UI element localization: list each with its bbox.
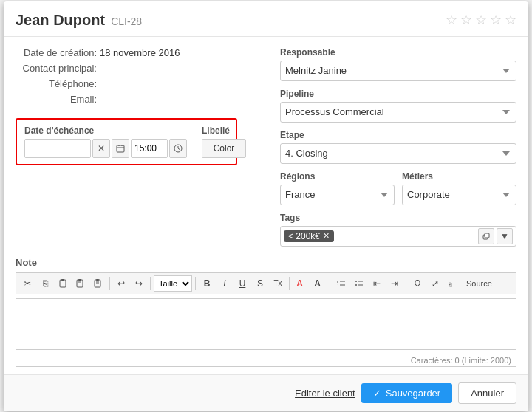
tags-expand-button[interactable]: ▼ (497, 228, 513, 244)
regions-metiers-row: Régions France Métiers Corporate (280, 171, 516, 205)
toolbar-copy[interactable]: ⎘ (37, 275, 53, 292)
star-2[interactable]: ☆ (460, 12, 472, 28)
responsable-label: Responsable (280, 47, 516, 58)
date-input[interactable] (24, 139, 91, 158)
toolbar-redo[interactable]: ↪ (131, 275, 147, 292)
modal-body: Date de création: 18 novembre 2016 Conta… (4, 37, 528, 257)
date-echeance-label: Date d'échéance (24, 126, 187, 136)
toolbar-font-color[interactable]: A- (293, 275, 309, 292)
toolbar-underline[interactable]: U (234, 275, 250, 292)
date-section: Date d'échéance ✕ (16, 118, 237, 165)
toolbar-indent-decrease[interactable]: ⇤ (369, 275, 385, 292)
tags-label: Tags (280, 213, 516, 223)
libelle-group: Libellé Color (202, 126, 246, 158)
svg-rect-15 (96, 279, 99, 281)
time-input[interactable] (131, 139, 168, 158)
date-creation-label: Date de création: (16, 47, 97, 58)
cancel-button[interactable]: Annuler (458, 382, 516, 404)
modal-header: Jean Dupont CLI-28 ☆ ☆ ☆ ☆ ☆ (4, 1, 528, 37)
date-creation-value: 18 novembre 2016 (100, 47, 180, 58)
toolbar-bg-color[interactable]: A- (310, 275, 327, 292)
color-button[interactable]: Color (202, 139, 246, 158)
svg-rect-0 (117, 145, 124, 152)
star-5[interactable]: ☆ (505, 12, 516, 28)
editor-area[interactable] (16, 298, 516, 350)
toolbar-clear-format[interactable]: Tx (270, 275, 286, 292)
main-modal: Jean Dupont CLI-28 ☆ ☆ ☆ ☆ ☆ Date de cré… (4, 1, 528, 411)
svg-point-22 (355, 281, 357, 282)
contact-principal-row: Contact principal: (16, 63, 265, 74)
contact-principal-label: Contact principal: (16, 63, 97, 74)
star-4[interactable]: ☆ (490, 12, 502, 28)
toolbar-unordered-list[interactable] (351, 275, 367, 292)
star-3[interactable]: ☆ (475, 12, 487, 28)
char-count: Caractères: 0 (Limite: 2000) (411, 356, 511, 365)
toolbar-bold[interactable]: B (199, 275, 215, 292)
toolbar-taille-select[interactable]: Taille (154, 275, 192, 292)
note-label: Note (16, 257, 516, 268)
editor-footer: Caractères: 0 (Limite: 2000) (16, 354, 516, 367)
toolbar-sep-2 (150, 277, 151, 290)
svg-text:⎗: ⎗ (449, 281, 452, 288)
regions-label: Régions (280, 171, 395, 182)
telephone-label: Téléphone: (16, 78, 97, 89)
telephone-row: Téléphone: (16, 78, 265, 89)
toolbar-italic[interactable]: I (216, 275, 233, 292)
pipeline-select[interactable]: Processus Commercial (280, 102, 516, 123)
checkmark-icon: ✓ (373, 388, 381, 399)
star-1[interactable]: ☆ (446, 12, 457, 28)
left-column: Date de création: 18 novembre 2016 Conta… (16, 47, 265, 247)
save-button[interactable]: ✓ Sauvegarder (361, 383, 452, 403)
svg-rect-9 (60, 280, 66, 287)
etape-select[interactable]: 4. Closing (280, 143, 516, 164)
svg-rect-8 (485, 233, 489, 238)
date-creation-row: Date de création: 18 novembre 2016 (16, 47, 265, 58)
responsable-group: Responsable Melnitz Janine (280, 47, 516, 81)
clock-button[interactable] (169, 139, 187, 158)
toolbar-special-chars[interactable]: Ω (409, 275, 426, 292)
responsable-select[interactable]: Melnitz Janine (280, 61, 516, 81)
svg-rect-11 (77, 280, 83, 287)
clear-date-button[interactable]: ✕ (92, 139, 110, 158)
toolbar-indent-increase[interactable]: ⇥ (386, 275, 403, 292)
etape-label: Etape (280, 130, 516, 140)
tags-wrapper: < 200k€ ✕ ▼ (280, 226, 516, 247)
email-label: Email: (16, 94, 97, 105)
editor-toolbar: ✂ ⎘ ↩ ↪ Taille B I U S Tx A (16, 272, 516, 294)
right-column: Responsable Melnitz Janine Pipeline Proc… (280, 47, 516, 247)
toolbar-source[interactable]: Source (463, 275, 496, 292)
modal-footer: Editer le client ✓ Sauvegarder Annuler (4, 374, 528, 411)
toolbar-sep-1 (109, 277, 110, 290)
toolbar-sep-5 (330, 277, 330, 290)
svg-rect-12 (78, 279, 81, 281)
tag-close-icon[interactable]: ✕ (323, 231, 330, 241)
calendar-button[interactable] (112, 139, 129, 158)
svg-point-24 (355, 284, 357, 286)
email-row: Email: (16, 94, 265, 105)
edit-client-button[interactable]: Editer le client (295, 388, 355, 399)
star-rating[interactable]: ☆ ☆ ☆ ☆ ☆ (446, 12, 516, 28)
regions-select[interactable]: France (280, 185, 395, 205)
tags-actions: ▼ (478, 228, 513, 244)
toolbar-strikethrough[interactable]: S (252, 275, 268, 292)
note-section: Note ✂ ⎘ ↩ ↪ Taille B I U S T (4, 257, 528, 374)
client-name: Jean Dupont (16, 12, 105, 29)
toolbar-undo[interactable]: ↩ (113, 275, 129, 292)
toolbar-html[interactable]: ⎗ (445, 275, 461, 292)
toolbar-fullscreen[interactable]: ⤢ (427, 275, 443, 292)
toolbar-paste3[interactable] (90, 275, 106, 292)
toolbar-sep-3 (195, 277, 196, 290)
save-label: Sauvegarder (386, 388, 440, 399)
toolbar-sep-6 (406, 277, 406, 290)
metiers-group: Métiers Corporate (402, 171, 516, 205)
metiers-select[interactable]: Corporate (402, 185, 516, 205)
tags-copy-button[interactable] (478, 228, 494, 244)
toolbar-cut[interactable]: ✂ (19, 275, 35, 292)
svg-rect-10 (61, 279, 64, 281)
toolbar-ordered-list[interactable]: 1. (333, 275, 349, 292)
svg-text:1.: 1. (338, 284, 340, 287)
toolbar-paste[interactable] (55, 275, 71, 292)
toolbar-paste2[interactable] (72, 275, 89, 292)
modal-title: Jean Dupont CLI-28 (16, 12, 142, 29)
pipeline-label: Pipeline (280, 89, 516, 99)
